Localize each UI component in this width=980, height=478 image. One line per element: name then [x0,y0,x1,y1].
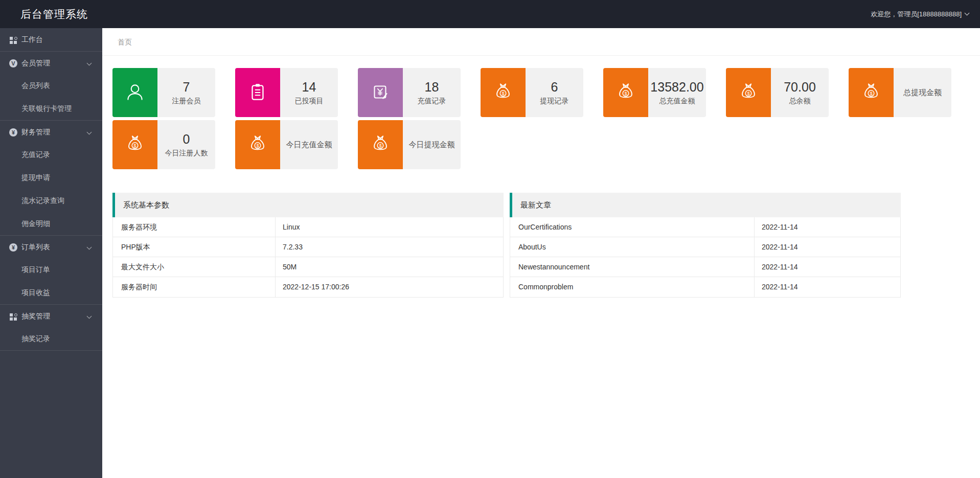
sidebar-item-label: 订单列表 [21,243,50,251]
table-cell-value: Linux [276,217,503,237]
chevron-down-icon [965,11,970,16]
moneybag-icon: $ [369,133,392,156]
stat-label: 已投项目 [295,97,324,106]
stat-card-info: 今日提现金额 [403,120,461,169]
sidebar-item[interactable]: 项目收益 [0,281,102,304]
table-cell-value: 2022-11-14 [755,277,900,297]
stat-card: $ 总提现金额 [849,68,951,117]
app-title: 后台管理系统 [0,7,88,21]
user-dropdown[interactable]: 欢迎您，管理员[18888888888] [871,10,980,19]
moneybag-icon: $ [859,81,883,104]
table-cell-name: 最大文件大小 [113,257,276,277]
latest-articles-table: OurCertifications 2022-11-14 AboutUs 202… [510,217,901,298]
stat-label: 充值记录 [418,97,446,106]
table-cell-value: 2022-12-15 17:00:26 [276,277,503,297]
sidebar-item[interactable]: 提现申请 [0,166,102,189]
sidebar-item[interactable]: 流水记录查询 [0,189,102,212]
table-cell-name: PHP版本 [113,237,276,257]
recharge-icon [369,81,392,104]
sidebar-divider [0,350,102,351]
stat-label: 总提现金额 [903,88,942,98]
chevron-down-icon [87,130,92,135]
svg-text:$: $ [256,143,259,148]
table-cell-name: AboutUs [510,237,755,257]
console-icon [9,36,17,44]
sidebar-item[interactable]: 项目订单 [0,258,102,281]
svg-text:$: $ [379,143,382,148]
breadcrumb-home-link[interactable]: 首页 [118,38,132,46]
stat-label: 注册会员 [172,97,201,106]
clipboard-icon [246,81,269,104]
latest-articles-panel: 最新文章 OurCertifications 2022-11-14 AboutU… [510,193,901,298]
table-cell-value: 2022-11-14 [755,237,900,257]
stat-card-icon-block: $ [726,68,771,117]
system-params-panel: 系统基本参数 服务器环境 Linux PHP版本 7.2.33 最大文件大小 5… [112,193,504,298]
stat-cards-row-2: $ 0 今日注册人数 $ 今日充值金额 [102,117,980,169]
sidebar-item-label: 财务管理 [21,128,50,136]
sidebar-item-label: 工作台 [21,35,43,43]
stat-card-info: 18 充值记录 [403,68,461,117]
sidebar-item-label: 充值记录 [21,150,50,158]
stat-card: 7 注册会员 [112,68,215,117]
sidebar-item[interactable]: 财务管理 [0,120,102,143]
panel-header: 系统基本参数 [112,193,504,217]
panel-title: 系统基本参数 [115,200,169,210]
stat-card-icon-block [358,68,403,117]
svg-text:$: $ [747,90,750,96]
stat-card: 18 充值记录 [358,68,461,117]
table-row: PHP版本 7.2.33 [113,237,503,257]
sidebar-item[interactable]: 关联银行卡管理 [0,97,102,120]
sidebar-item[interactable]: 会员管理 [0,51,102,74]
top-header: 后台管理系统 欢迎您，管理员[18888888888] [0,0,980,28]
sidebar-item-label: 提现申请 [21,173,50,181]
sidebar-item[interactable]: 佣金明细 [0,212,102,235]
stat-card-info: 总提现金额 [894,68,951,117]
stat-card: $ 0 今日注册人数 [112,120,215,169]
stat-card-info: 70.00 总余额 [771,68,829,117]
vip-circle-icon [9,59,17,67]
stat-card-icon-block: $ [112,120,157,169]
table-cell-name: 服务器环境 [113,217,276,237]
stat-card-info: 今日充值金额 [280,120,338,169]
sidebar-item[interactable]: 订单列表 [0,235,102,258]
stat-value: 6 [551,79,558,95]
stat-value: 13582.00 [650,79,703,95]
sidebar-item-label: 会员管理 [21,59,50,67]
panel-header: 最新文章 [510,193,901,217]
table-row: 最大文件大小 50M [113,257,503,277]
sidebar-item-label: 抽奖管理 [21,312,50,320]
panels-row: 系统基本参数 服务器环境 Linux PHP版本 7.2.33 最大文件大小 5… [102,169,980,298]
sidebar-item[interactable]: 充值记录 [0,143,102,166]
sidebar-item[interactable]: 抽奖管理 [0,304,102,327]
stat-label: 总余额 [789,97,811,106]
system-params-table: 服务器环境 Linux PHP版本 7.2.33 最大文件大小 50M 服务器时… [112,217,504,298]
sidebar-item[interactable]: 会员列表 [0,74,102,97]
moneybag-icon: $ [123,133,147,156]
sidebar-item[interactable]: 抽奖记录 [0,327,102,350]
stat-label: 今日注册人数 [165,149,208,158]
sidebar-item[interactable]: 工作台 [0,28,102,51]
sidebar-item-label: 关联银行卡管理 [21,104,72,112]
table-row: 服务器时间 2022-12-15 17:00:26 [113,277,503,297]
sidebar-item-label: 项目收益 [21,288,50,297]
table-cell-name: OurCertifications [510,217,755,237]
sidebar-item-label: 流水记录查询 [21,196,64,204]
svg-text:$: $ [133,143,136,148]
stat-card-info: 6 提现记录 [526,68,583,117]
stat-card-icon-block: $ [235,120,280,169]
stat-cards-row-1: 7 注册会员 14 已投项目 [102,56,980,117]
stat-card-info: 14 已投项目 [280,68,338,117]
lottery-grid-icon [9,312,17,321]
sidebar: 工作台 会员管理 会员列表 关联银行卡管理 财务管理 充值记录 提现申请 流水记… [0,28,102,478]
stat-card-info: 13582.00 总充值金额 [648,68,706,117]
moneybag-icon: $ [491,81,515,104]
stat-card: $ 13582.00 总充值金额 [603,68,706,117]
stat-label: 今日充值金额 [286,140,332,150]
stat-card-icon-block: $ [358,120,403,169]
table-row: 服务器环境 Linux [113,217,503,237]
stat-card-icon-block: $ [603,68,648,117]
stat-value: 7 [183,79,190,95]
stat-value: 70.00 [784,79,816,95]
main-content: 首页 7 注册会员 14 [102,28,980,478]
user-icon [123,81,147,104]
